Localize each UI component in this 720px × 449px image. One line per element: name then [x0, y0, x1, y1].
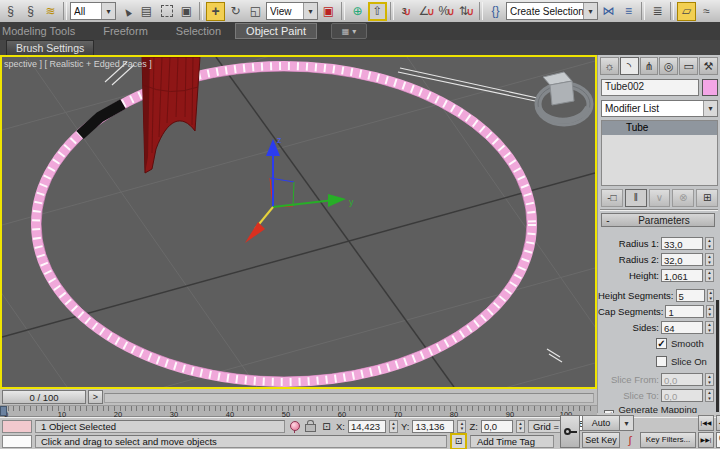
auto-key-button[interactable]: Auto Key — [582, 415, 620, 431]
ribbon-panel-row: Brush Settings — [0, 40, 720, 55]
rectangular-selection-region-icon[interactable] — [157, 2, 176, 21]
absolute-offset-mode-icon[interactable]: ⊡ — [320, 420, 333, 433]
ribbon-tab-modeling-tools[interactable]: Modeling Tools — [0, 24, 89, 38]
previous-frame-button[interactable]: ◀ — [716, 415, 720, 431]
modify-tab-icon[interactable]: ◝ — [620, 57, 639, 75]
red-cylinder-object[interactable] — [142, 57, 200, 173]
select-and-manipulate-icon[interactable]: ⊕ — [348, 2, 367, 21]
perspective-viewport[interactable]: spective ] [ Realistic + Edged Faces ] — [0, 55, 597, 389]
notification-balloon-icon[interactable] — [288, 420, 301, 433]
add-time-tag[interactable]: Add Time Tag — [470, 435, 554, 448]
x-spinner[interactable]: ▲▼ — [389, 420, 398, 433]
reference-coordinate-dropdown[interactable]: View ▾ — [266, 2, 318, 20]
height-segments-field[interactable]: 5 — [676, 289, 706, 302]
percent-snap-icon[interactable]: %∪ — [437, 2, 456, 21]
y-spinner[interactable]: ▲▼ — [457, 420, 466, 433]
radius2-spinner[interactable]: ▲▼ — [705, 253, 714, 266]
height-field[interactable]: 1,061 — [661, 269, 703, 282]
parameters-rollout-header[interactable]: - Parameters — [601, 213, 715, 227]
ribbon-tab-selection[interactable]: Selection — [162, 24, 235, 38]
named-selection-sets-icon[interactable]: {} — [486, 2, 505, 21]
generate-mapping-checkbox[interactable]: ✓ — [604, 410, 614, 414]
radius1-field[interactable]: 33,0 — [661, 237, 703, 250]
remove-modifier-icon[interactable]: ⊗ — [672, 189, 694, 207]
align-icon[interactable]: ≡ — [619, 2, 638, 21]
stack-item-tube[interactable]: Tube — [602, 121, 717, 135]
mirror-icon[interactable]: ⋈ — [599, 2, 618, 21]
maxscript-mini-listener[interactable] — [2, 435, 32, 448]
next-frame-button[interactable]: > — [88, 390, 103, 404]
sides-spinner[interactable]: ▲▼ — [705, 321, 714, 334]
macro-recorder-mini-listener[interactable] — [2, 420, 32, 433]
object-name-field[interactable]: Tube002 — [601, 79, 699, 96]
selection-lock-icon[interactable] — [304, 420, 317, 433]
window-crossing-icon[interactable]: ▣ — [177, 2, 196, 21]
configure-modifier-sets-icon[interactable]: ⊞ — [696, 189, 718, 207]
height-segments-spinner[interactable]: ▲▼ — [707, 289, 714, 302]
y-coordinate-field[interactable]: 13,136 — [412, 420, 454, 433]
select-and-move-icon[interactable]: + — [206, 2, 225, 21]
selection-filter-dropdown[interactable]: All ▾ — [70, 2, 116, 20]
track-bar[interactable]: 0 10 20 30 40 50 60 70 80 90 100 — [0, 406, 597, 417]
ribbon-tab-freeform[interactable]: Freeform — [89, 24, 162, 38]
x-coordinate-field[interactable]: 14,423 — [348, 420, 386, 433]
graphite-ribbon-toggle-icon[interactable]: ▱ — [677, 2, 696, 21]
set-keys-button[interactable] — [560, 415, 580, 448]
go-to-start-button[interactable]: |◀◀ — [698, 415, 714, 431]
keyboard-shortcut-override-icon[interactable]: ⇧ — [368, 2, 387, 21]
tube-ring-object[interactable] — [32, 62, 536, 386]
utilities-tab-icon[interactable]: ⚒ — [699, 57, 718, 75]
radius2-field[interactable]: 32,0 — [661, 253, 703, 266]
snap-toggle-3d-icon[interactable]: 3∪ — [397, 2, 416, 21]
panel-scrollbar[interactable] — [716, 300, 719, 412]
ribbon-display-options-button[interactable]: ▦▾ — [331, 23, 367, 39]
show-end-result-icon[interactable]: ‖ — [625, 189, 647, 207]
object-color-swatch[interactable] — [702, 79, 718, 96]
set-key-button[interactable]: Set Key — [582, 432, 620, 448]
select-and-scale-icon[interactable]: ◱ — [246, 2, 265, 21]
time-slider-handle[interactable]: 0 / 100 — [2, 390, 86, 404]
layer-manager-icon[interactable]: ≣ — [648, 2, 667, 21]
pin-stack-icon[interactable]: -□ — [601, 189, 623, 207]
named-selection-set-dropdown[interactable]: Create Selection Se ▾ — [506, 2, 598, 20]
current-frame-marker[interactable] — [0, 406, 7, 416]
gizmo-y-axis[interactable] — [273, 200, 334, 207]
default-tangent-icon[interactable]: ∫ — [622, 432, 638, 448]
key-filters-button[interactable]: Key Filters... — [640, 432, 696, 448]
select-and-link-icon[interactable]: § — [1, 2, 20, 21]
motion-tab-icon[interactable]: ◎ — [659, 57, 678, 75]
viewport-label[interactable]: spective ] [ Realistic + Edged Faces ] — [4, 59, 152, 69]
smooth-checkbox[interactable]: ✓ — [656, 338, 667, 349]
viewport-canvas[interactable]: z y — [2, 57, 595, 387]
go-to-end-button[interactable]: ▶▶| — [698, 432, 714, 448]
select-and-rotate-icon[interactable]: ↻ — [226, 2, 245, 21]
select-by-name-icon[interactable]: ▤ — [137, 2, 156, 21]
hierarchy-tab-icon[interactable]: ⋔ — [640, 57, 659, 75]
param-row-radius1: Radius 1: 33,0 ▲▼ — [598, 236, 718, 251]
cap-segments-spinner[interactable]: ▲▼ — [706, 305, 714, 318]
radius1-spinner[interactable]: ▲▼ — [705, 237, 714, 250]
slice-on-checkbox[interactable] — [656, 356, 667, 367]
current-frame-field[interactable]: 0 — [716, 432, 720, 448]
height-spinner[interactable]: ▲▼ — [705, 269, 714, 282]
brush-settings-tab[interactable]: Brush Settings — [6, 40, 94, 55]
cap-segments-field[interactable]: 1 — [665, 305, 703, 318]
angle-snap-icon[interactable]: ∠∪ — [417, 2, 436, 21]
use-pivot-center-icon[interactable]: ▣ — [319, 2, 338, 21]
unlink-selection-icon[interactable]: § — [21, 2, 40, 21]
select-object-icon[interactable]: ▲ — [117, 2, 136, 21]
modifier-list-dropdown[interactable]: Modifier List ▾ — [601, 100, 718, 117]
curve-editor-icon[interactable]: ≈ — [697, 2, 716, 21]
z-spinner[interactable]: ▲▼ — [516, 420, 525, 433]
make-unique-icon[interactable]: ∨ — [649, 189, 671, 207]
display-tab-icon[interactable]: ▭ — [679, 57, 698, 75]
sides-field[interactable]: 64 — [661, 321, 703, 334]
time-slider-track[interactable] — [104, 393, 594, 403]
small-ring-object[interactable] — [538, 72, 590, 123]
z-coordinate-field[interactable]: 0,0 — [481, 420, 513, 433]
time-tag-icon[interactable]: ⊡ — [450, 433, 467, 449]
ribbon-tab-object-paint[interactable]: Object Paint — [235, 23, 317, 39]
spinner-snap-icon[interactable]: ⇅∪ — [457, 2, 476, 21]
create-tab-icon[interactable]: ☼ — [600, 57, 619, 75]
bind-to-spacewarp-icon[interactable]: ≋ — [41, 2, 60, 21]
